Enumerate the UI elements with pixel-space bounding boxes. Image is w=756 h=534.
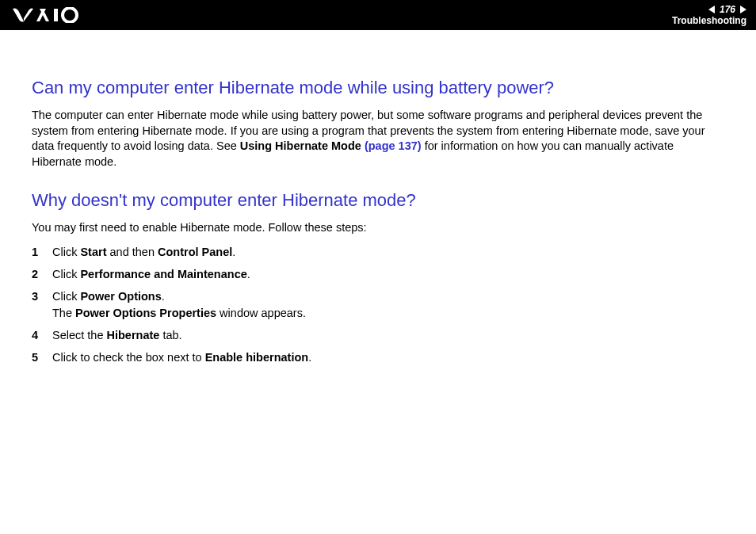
heading-hibernate-battery: Can my computer enter Hibernate mode whi… <box>32 78 724 98</box>
intro-text: You may first need to enable Hibernate m… <box>32 220 724 236</box>
step-number: 3 <box>32 288 52 321</box>
step-text: Click to check the box next to Enable hi… <box>52 349 724 365</box>
step-item: 2 Click Performance and Maintenance. <box>32 266 724 282</box>
step-text: Click Start and then Control Panel. <box>52 244 724 260</box>
section-label: Troubleshooting <box>672 15 746 26</box>
steps-list: 1 Click Start and then Control Panel. 2 … <box>32 244 724 366</box>
next-page-icon[interactable] <box>740 6 746 13</box>
page-content: Can my computer enter Hibernate mode whi… <box>0 30 756 366</box>
svg-rect-0 <box>54 9 58 21</box>
step-number: 5 <box>32 349 52 365</box>
vaio-logo <box>13 7 92 23</box>
page-number: 176 <box>720 4 735 15</box>
step-item: 5 Click to check the box next to Enable … <box>32 349 724 365</box>
step-item: 1 Click Start and then Control Panel. <box>32 244 724 260</box>
step-number: 1 <box>32 244 52 260</box>
step-text: Click Performance and Maintenance. <box>52 266 724 282</box>
step-number: 4 <box>32 327 52 343</box>
ref-bold: Using Hibernate Mode <box>240 139 365 152</box>
step-text: Click Power Options. The Power Options P… <box>52 288 724 321</box>
prev-page-icon[interactable] <box>708 6 715 13</box>
step-text: Select the Hibernate tab. <box>52 327 724 343</box>
step-item: 4 Select the Hibernate tab. <box>32 327 724 343</box>
header-bar: 176 Troubleshooting <box>0 0 756 30</box>
step-item: 3 Click Power Options. The Power Options… <box>32 288 724 321</box>
para-hibernate-battery: The computer can enter Hibernate mode wh… <box>32 108 724 170</box>
page-ref-link[interactable]: (page 137) <box>365 139 422 152</box>
heading-why-no-hibernate: Why doesn't my computer enter Hibernate … <box>32 190 724 211</box>
page-navigation: 176 <box>672 4 746 15</box>
step-number: 2 <box>32 266 52 282</box>
svg-point-1 <box>63 8 77 22</box>
